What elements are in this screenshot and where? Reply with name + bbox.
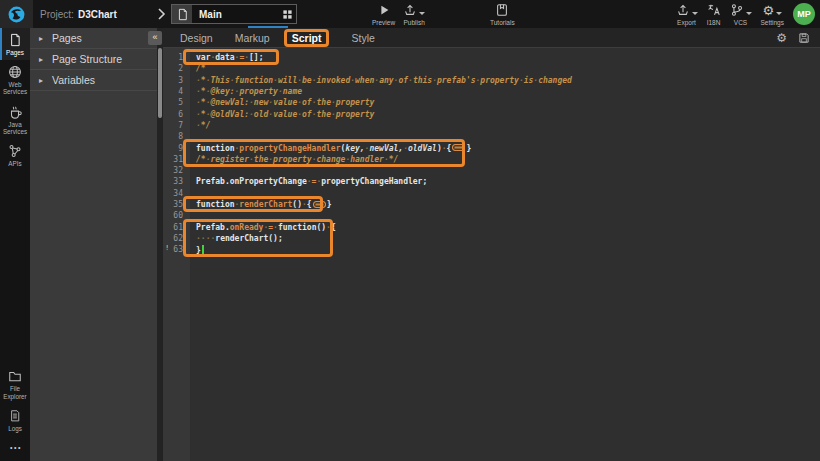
gear-icon: ⚙ <box>762 4 774 17</box>
code-line[interactable]: 4·*·@key:·property·name <box>163 86 820 97</box>
active-tab-indicator <box>248 26 288 28</box>
code-annotation-box <box>183 196 323 212</box>
action-label: Preview <box>372 19 395 26</box>
publish-button[interactable]: Publish <box>403 1 425 28</box>
code-text: ·*·@newVal:·new·value·of·the·property <box>190 98 374 107</box>
code-annotation-box <box>183 219 333 258</box>
sidebar-item-logs[interactable]: Logs <box>0 404 30 436</box>
sidebar-item-file-explorer[interactable]: FileExplorer <box>0 364 30 403</box>
line-number: 6 <box>163 110 190 119</box>
code-token: ·*/ <box>196 121 210 130</box>
code-text: /* <box>190 64 206 73</box>
tab-design[interactable]: Design <box>180 32 213 44</box>
action-label: I18N <box>707 19 721 26</box>
panel-section-page-structure[interactable]: ▸Page Structure <box>30 49 157 70</box>
wavemaker-logo-icon <box>7 5 26 24</box>
line-number: 4 <box>163 87 190 96</box>
rail-item-label: WebServices <box>3 81 27 95</box>
sidebar-item-java-services[interactable]: JavaServices <box>0 100 30 139</box>
code-text: Prefab.onPropertyChange·=·propertyChange… <box>190 177 427 186</box>
code-token: ·*·This·function·will·be·invoked·when·an… <box>196 76 572 85</box>
panel-section-variables[interactable]: ▸Variables <box>30 70 157 91</box>
page-icon <box>9 33 21 47</box>
line-number: 33 <box>163 177 190 186</box>
upload-icon <box>676 3 690 17</box>
code-annotation-box <box>183 139 465 167</box>
code-token: propertyChangeHandler; <box>321 177 427 186</box>
line-number: 7 <box>163 121 190 130</box>
action-label: Tutorials <box>490 19 515 26</box>
page-selector-dropdown[interactable]: Main <box>171 4 297 24</box>
vcs-icon <box>730 3 744 17</box>
expand-triangle-icon: ▸ <box>39 34 43 43</box>
save-icon[interactable] <box>798 32 810 44</box>
rail-item-label: FileExplorer <box>3 385 26 399</box>
i18n-button[interactable]: I18N <box>707 1 721 28</box>
expand-triangle-icon: ▸ <box>39 76 43 85</box>
folder-icon <box>8 369 22 383</box>
action-label: Export <box>677 19 696 26</box>
more-options-icon[interactable]: ••• <box>0 436 30 461</box>
app-logo[interactable] <box>0 0 33 28</box>
export-button[interactable]: Export <box>676 1 698 28</box>
code-line[interactable]: 7·*/ <box>163 120 820 131</box>
settings-button[interactable]: ⚙Settings <box>761 1 785 28</box>
panel-collapse-button[interactable]: « <box>148 31 162 45</box>
code-line[interactable]: 5·*·@newVal:·new·value·of·the·property <box>163 97 820 108</box>
panel-section-label: Page Structure <box>52 53 122 65</box>
logs-icon <box>9 409 21 423</box>
line-number: 3 <box>163 76 190 85</box>
code-token: Prefab.onPropertyChange· <box>196 177 312 186</box>
code-text: ·*·@oldVal:·old·value·of·the·property <box>190 110 374 119</box>
topbar-actions-tutorials: Tutorials <box>490 1 515 28</box>
action-label: VCS <box>734 19 747 26</box>
tab-markup[interactable]: Markup <box>235 32 270 44</box>
editor-scrollbar-thumb[interactable] <box>158 48 162 118</box>
code-token: } <box>466 144 471 153</box>
pages-panel: ▸Pages▸Page Structure▸Variables <box>30 28 157 461</box>
tab-script[interactable]: Script <box>284 29 330 47</box>
code-text: ·*/ <box>190 121 210 130</box>
selected-page-name: Main <box>192 9 278 20</box>
caret-down-icon <box>692 12 698 15</box>
wavemaker-studio-window: Project: D3Chart Main PreviewPublish Tut… <box>0 0 820 461</box>
rail-item-label: JavaServices <box>3 121 27 135</box>
tab-style[interactable]: Style <box>351 32 374 44</box>
code-line[interactable]: 3·*·This·function·will·be·invoked·when·a… <box>163 75 820 86</box>
caret-down-icon <box>746 12 752 15</box>
globe-icon <box>8 65 22 79</box>
panel-section-pages[interactable]: ▸Pages <box>30 28 157 49</box>
code-token: ·*·@key:·property·name <box>196 87 302 96</box>
user-avatar[interactable]: MP <box>793 3 815 25</box>
rail-item-label: Pages <box>6 49 24 56</box>
code-text: ·*·This·function·will·be·invoked·when·an… <box>190 76 572 85</box>
tutorials-button[interactable]: Tutorials <box>490 1 515 28</box>
line-number: 32 <box>163 166 190 175</box>
rail-item-label: APIs <box>8 160 21 167</box>
settings-gear-icon[interactable]: ⚙ <box>776 31 787 45</box>
sidebar-item-pages[interactable]: Pages <box>0 28 30 60</box>
sidebar-item-web-services[interactable]: WebServices <box>0 60 30 99</box>
grid-icon[interactable] <box>278 5 296 23</box>
lint-marker-icon: ! <box>165 244 169 252</box>
script-code-editor[interactable]: 1var·data·=·[];2/*3·*·This·function·will… <box>163 48 820 461</box>
code-token: /* <box>196 64 206 73</box>
caret-down-icon <box>419 12 425 15</box>
api-icon <box>8 144 22 158</box>
preview-button[interactable]: Preview <box>372 1 395 28</box>
topbar-actions-right: ExportI18NVCS⚙Settings <box>676 1 785 28</box>
line-number: 5 <box>163 98 190 107</box>
book-icon <box>495 3 509 17</box>
upload-icon <box>403 3 417 17</box>
tabs: DesignMarkupScriptStyle <box>163 29 375 47</box>
vcs-button[interactable]: VCS <box>730 1 752 28</box>
expand-triangle-icon: ▸ <box>39 55 43 64</box>
code-line[interactable]: 33Prefab.onPropertyChange·=·propertyChan… <box>163 176 820 187</box>
project-breadcrumb: Project: D3Chart <box>40 0 117 28</box>
code-token: =· <box>312 177 322 186</box>
sidebar-item-apis[interactable]: APIs <box>0 139 30 171</box>
code-line[interactable]: 6·*·@oldVal:·old·value·of·the·property <box>163 108 820 119</box>
play-icon <box>377 3 391 17</box>
panel-section-label: Pages <box>52 32 82 44</box>
editor-tools: ⚙ <box>776 28 810 48</box>
